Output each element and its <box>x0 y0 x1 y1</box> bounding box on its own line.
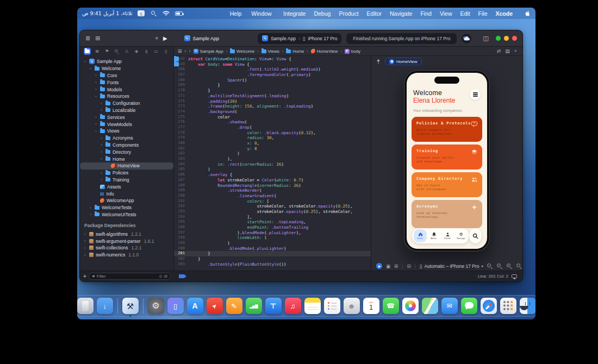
disclosure-chevron[interactable]: › <box>83 246 87 250</box>
run-button[interactable]: ▶ <box>163 36 167 41</box>
menu-help[interactable]: Help <box>230 10 242 17</box>
navigator-item-configuration[interactable]: ›Configuration <box>80 100 173 107</box>
line-number[interactable]: 186 <box>174 172 188 178</box>
package-item-swift-algorithms[interactable]: ›swift-algorithms1.2.1 <box>80 230 173 237</box>
line-number[interactable]: 187 <box>174 178 188 183</box>
related-items-icon[interactable]: ⊞ <box>178 49 182 54</box>
navigator-item-components[interactable]: ›Components <box>80 142 173 149</box>
dock-messages-icon[interactable] <box>461 298 477 314</box>
dock-finder-icon[interactable] <box>520 298 536 314</box>
navigator-item-acronyms[interactable]: ›Acronyms <box>80 135 173 142</box>
dock-calculator-icon[interactable] <box>500 298 516 314</box>
code-line-169[interactable]: 169 } <box>174 83 371 88</box>
line-number[interactable]: 193 <box>174 209 188 215</box>
code-line-195[interactable]: 195 startPoint: .topLeading, <box>174 219 371 225</box>
code-line-166[interactable]: 166 .font(.title2.weight(.medium)) <box>174 67 371 72</box>
code-line-168[interactable]: 168 Spacer() <box>174 78 371 83</box>
code-line-184[interactable]: 184 in: .rect(cornerRadius: 26) <box>174 162 371 167</box>
navigator-tab-bookmarks[interactable]: ⚑ <box>103 48 110 55</box>
code-review-icon[interactable]: ⇄ <box>497 48 501 54</box>
menu-xcode[interactable]: Xcode <box>495 10 513 17</box>
line-number[interactable]: 180 <box>174 141 188 146</box>
zoom-actual-button[interactable]: • <box>497 263 502 269</box>
dock-phone-icon[interactable]: ☎ <box>383 298 399 314</box>
code-line-167[interactable]: 167 .foregroundColor(.primary) <box>174 72 371 78</box>
line-number[interactable]: 183 <box>174 156 188 162</box>
scheme-selector[interactable]: ✎ Sample App › ▯ iPhone 17 Pro <box>258 33 341 44</box>
variants-grid-icon[interactable]: ⊞ <box>394 263 398 269</box>
line-number[interactable]: 195 <box>174 219 188 225</box>
color-scheme-icon[interactable]: ⊟ <box>407 263 410 269</box>
code-line-187[interactable]: 187 let strokeColor = Color(white: 0.7) <box>174 178 371 183</box>
dock-mail-icon[interactable]: ✉ <box>441 298 458 314</box>
code-line-173[interactable]: 173 .frame(height: 150, alignment: .topL… <box>174 104 371 109</box>
menu-debug[interactable]: Debug <box>314 10 331 17</box>
card-training[interactable]: TrainingElevate your skillsand knowledge… <box>412 145 482 170</box>
navigator-tab-breakpoints[interactable]: ▭ <box>153 48 160 55</box>
menu-product[interactable]: Product <box>339 10 358 17</box>
back-icon[interactable]: ‹ <box>185 49 186 54</box>
card-policies-protocols[interactable]: Policies & Protocols?Quick answers forco… <box>412 117 482 142</box>
dock-reminders-icon[interactable] <box>324 298 340 314</box>
navigator-item-training[interactable]: ›Training <box>80 177 173 184</box>
line-number[interactable]: 142 <box>174 57 188 61</box>
code-line-172[interactable]: 172 .padding(20) <box>174 99 371 104</box>
line-number[interactable]: 184 <box>174 162 188 167</box>
dock-keynote-icon[interactable]: ⊤ <box>265 298 282 314</box>
dock-xcode-icon[interactable]: ⚒ <box>122 298 139 314</box>
line-number[interactable]: 179 <box>174 135 188 141</box>
navigator-item-viewmodels[interactable]: ›ViewModels <box>80 121 173 128</box>
line-number[interactable]: 170 <box>174 88 188 93</box>
code-line-190[interactable]: 190 .linearGradient( <box>174 193 371 199</box>
code-line-149[interactable]: 149 var body: some View { <box>174 62 179 67</box>
code-line-176[interactable]: 176 .shadow( <box>174 120 371 125</box>
code-line-192[interactable]: 192 strokeColor, strokeColor.opacity(0.2… <box>174 204 371 209</box>
line-number[interactable]: 198 <box>174 235 188 241</box>
disclosure-chevron[interactable]: › <box>83 239 87 243</box>
line-number[interactable]: 173 <box>174 104 188 109</box>
breakpoint-indicator[interactable] <box>179 274 186 279</box>
dock-calendar-icon[interactable]: ثلاثاء1 <box>363 298 379 314</box>
line-number[interactable]: 168 <box>174 78 188 83</box>
disclosure-chevron[interactable]: › <box>94 122 98 126</box>
dock-notes-icon[interactable] <box>304 298 321 314</box>
navigator-item-homeview[interactable]: HomeView <box>80 162 173 170</box>
code-line-185[interactable]: 185 ) <box>174 167 371 172</box>
code-line-197[interactable]: 197 ).blendMode(.plusLighter), <box>174 230 371 236</box>
dock-rocket-icon[interactable]: ➤ <box>207 298 223 314</box>
disclosure-chevron[interactable]: › <box>99 178 103 181</box>
phone-tab-alerts[interactable]: Alerts <box>427 229 440 242</box>
code-line-180[interactable]: 180 x: 0, <box>174 141 371 146</box>
code-line-175[interactable]: 175 color <box>174 115 371 120</box>
code-line-198[interactable]: 198 lineWidth: 1 <box>174 235 371 241</box>
zoom-out-button[interactable]: − <box>487 263 493 269</box>
line-number[interactable]: 189 <box>174 188 188 193</box>
stop-button[interactable]: ■ <box>155 36 158 41</box>
package-item-swift-numerics[interactable]: ›swift-numerics1.1.0 <box>80 252 173 259</box>
dock-numbers-icon[interactable]: ▂▅▇ <box>246 298 262 314</box>
navigator-item-models[interactable]: ›Models <box>80 86 173 93</box>
line-number[interactable]: 176 <box>174 120 188 125</box>
breadcrumb-homeview[interactable]: HomeView <box>311 49 338 54</box>
disclosure-chevron[interactable]: › <box>99 108 103 112</box>
menu-view[interactable]: View <box>440 10 452 17</box>
dock-maps-icon[interactable] <box>422 298 438 314</box>
navigator-item-localizable[interactable]: ›Localizable <box>80 107 173 114</box>
dock-safari-icon[interactable] <box>481 298 497 314</box>
line-number[interactable]: 167 <box>174 72 188 78</box>
line-number[interactable]: 149 <box>174 62 188 67</box>
zoom-in-button[interactable]: + <box>507 263 512 269</box>
menu-navigate[interactable]: Navigate <box>390 10 412 17</box>
line-number[interactable]: 175 <box>174 115 188 120</box>
navigator-tab-issues[interactable]: ⚠ <box>123 48 130 55</box>
disclosure-chevron[interactable]: › <box>94 129 98 133</box>
line-number[interactable]: 200 <box>174 246 188 252</box>
navigator-tab-debug[interactable]: § <box>143 48 150 55</box>
code-line-179[interactable]: 179 radius: 30, <box>174 135 371 141</box>
line-number[interactable]: 171 <box>174 93 188 99</box>
line-number[interactable]: 185 <box>174 167 188 172</box>
disclosure-chevron[interactable]: › <box>94 80 98 84</box>
code-line-177[interactable]: 177 .drop( <box>174 125 371 130</box>
recent-files-icon[interactable]: ⊙ <box>159 274 162 279</box>
navigator-item-sample-app[interactable]: ›✎Sample App <box>80 58 173 65</box>
